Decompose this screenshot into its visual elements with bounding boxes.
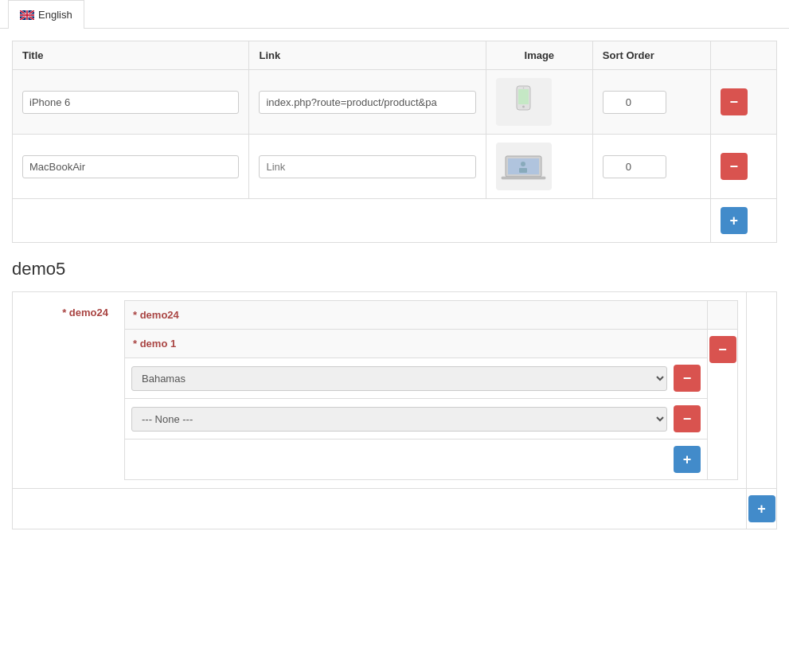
demo5-section: * demo24 * demo24 * demo 1 (12, 291, 777, 489)
dropdown1-row: Bahamas Afghanistan Albania − (125, 358, 707, 399)
demo1-remove-col: − (707, 330, 737, 479)
title-cell-1 (13, 70, 249, 135)
image-cell-2 (486, 135, 592, 199)
outer-add-btn-col: + (746, 489, 776, 529)
plus-icon: + (730, 213, 739, 229)
demo24-header-label: * demo24 (125, 301, 707, 329)
title-input-1[interactable] (22, 91, 239, 114)
none-select[interactable]: --- None --- Option 1 Option 2 (131, 407, 667, 432)
col-header-link: Link (249, 41, 486, 70)
link-cell-2 (249, 135, 486, 199)
outer-add-spacer-left (13, 489, 116, 529)
table-add-row: + (13, 199, 777, 243)
link-input-1[interactable] (259, 91, 475, 114)
image-cell-1 (486, 70, 592, 135)
product-image-2 (496, 143, 552, 190)
demo24-header-right (707, 301, 737, 329)
svg-rect-8 (20, 14, 34, 16)
plus-icon: + (757, 501, 766, 518)
col-header-sort: Sort Order (592, 41, 710, 70)
svg-point-11 (522, 106, 525, 108)
demo24-content: * demo24 * demo 1 Bahamas Afghanistan (116, 292, 746, 488)
action-cell-1: − (710, 70, 776, 135)
dropdown2-row: --- None --- Option 1 Option 2 − (125, 399, 707, 440)
add-demo24-button[interactable]: + (748, 495, 775, 522)
remove-row-2-button[interactable]: − (721, 153, 748, 180)
title-input-2[interactable] (22, 155, 239, 178)
remove-demo1-button[interactable]: − (709, 336, 736, 363)
sort-cell-2 (592, 135, 710, 199)
remove-dropdown2-button[interactable]: − (674, 405, 701, 432)
required-label: * demo24 (62, 307, 108, 318)
col-header-actions (710, 41, 776, 70)
demo1-block: * demo 1 Bahamas Afghanistan Albania − (124, 330, 738, 480)
sort-cell-1 (592, 70, 710, 135)
link-cell-1 (249, 70, 486, 135)
minus-icon: − (683, 411, 692, 428)
page-wrapper: English Title Link Image Sort Order (0, 0, 789, 672)
action-cell-2: − (710, 135, 776, 199)
flag-icon (20, 10, 34, 20)
svg-point-16 (521, 162, 525, 166)
remove-row-1-button[interactable]: − (721, 88, 748, 115)
demo24-outer-label: * demo24 (13, 292, 116, 488)
sort-input-2[interactable] (603, 155, 666, 178)
add-row-action: + (710, 199, 776, 243)
product-image-1 (496, 78, 552, 126)
table-header-row: Title Link Image Sort Order (13, 41, 777, 70)
demo1-inner: * demo 1 Bahamas Afghanistan Albania − (125, 330, 707, 479)
content-area: Title Link Image Sort Order (0, 29, 789, 541)
link-input-2[interactable] (259, 155, 475, 178)
table-row: − (13, 70, 777, 135)
title-cell-2 (13, 135, 249, 199)
outer-add-spacer-main (116, 489, 746, 529)
bahamas-select[interactable]: Bahamas Afghanistan Albania (131, 366, 667, 391)
remove-dropdown1-button[interactable]: − (674, 365, 701, 392)
add-dropdown-button[interactable]: + (674, 446, 701, 473)
svg-rect-17 (519, 168, 527, 173)
minus-icon: − (683, 370, 692, 387)
items-table: Title Link Image Sort Order (12, 41, 777, 243)
svg-rect-10 (518, 89, 529, 104)
language-tab-english[interactable]: English (8, 0, 84, 29)
demo1-header: * demo 1 (125, 330, 707, 358)
minus-icon: − (730, 94, 739, 111)
col-header-image: Image (486, 41, 592, 70)
svg-point-12 (523, 88, 525, 89)
table-row: − (13, 135, 777, 199)
demo24-outer-right (746, 292, 776, 488)
tab-label: English (38, 9, 72, 21)
add-row-spacer (13, 199, 711, 243)
outer-add-section: + (12, 489, 777, 529)
sort-input-1[interactable] (603, 91, 666, 114)
col-header-title: Title (13, 41, 249, 70)
demo24-header: * demo24 (124, 300, 738, 330)
add-row-button[interactable]: + (721, 207, 748, 234)
plus-icon: + (683, 451, 692, 468)
minus-icon: − (730, 158, 739, 175)
svg-rect-15 (502, 177, 545, 179)
minus-icon: − (718, 342, 727, 358)
tab-bar: English (0, 0, 789, 29)
add-dropdown-row: + (125, 440, 707, 479)
section-title: demo5 (12, 259, 777, 279)
